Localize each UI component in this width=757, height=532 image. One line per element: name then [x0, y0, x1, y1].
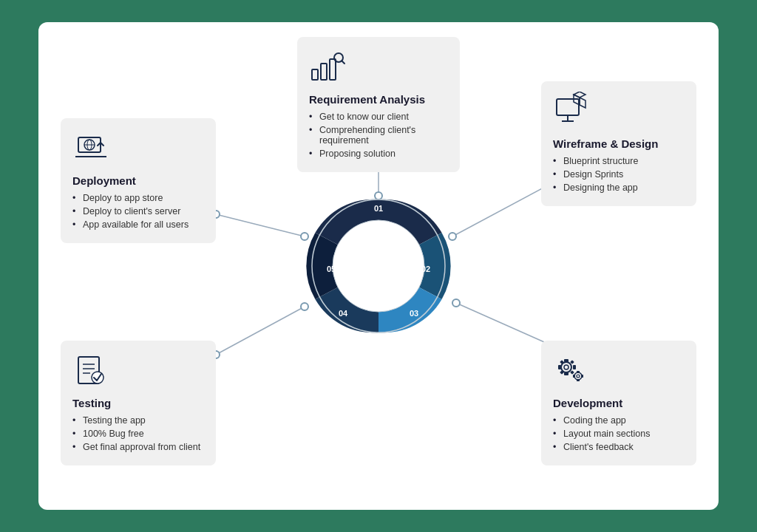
donut-hole — [333, 220, 424, 312]
card-deployment-list: Deploy to app store Deploy to client's s… — [72, 193, 204, 230]
card-testing-list: Testing the app 100% Bug free Get final … — [72, 415, 204, 452]
svg-rect-31 — [573, 365, 576, 369]
svg-point-26 — [561, 362, 571, 372]
card-development-title: Development — [553, 397, 685, 409]
donut-chart: 01 02 03 04 05 — [305, 192, 452, 340]
list-item: Comprehending client's requirement — [309, 125, 448, 146]
list-item: Get to know our client — [309, 112, 448, 122]
card-deployment-title: Deployment — [72, 174, 204, 187]
list-item: Blueprint structure — [553, 156, 685, 166]
svg-rect-40 — [573, 375, 575, 378]
svg-line-2 — [456, 303, 556, 347]
svg-rect-29 — [564, 372, 568, 375]
list-item: Get final approval from client — [72, 442, 204, 452]
svg-rect-38 — [577, 371, 580, 373]
design-box-icon — [553, 92, 590, 129]
list-item: Coding the app — [553, 415, 685, 426]
card-requirement-analysis-list: Get to know our client Comprehending cli… — [309, 112, 448, 159]
svg-marker-25 — [574, 92, 585, 98]
svg-rect-39 — [577, 379, 580, 381]
card-wireframe-design-title: Wireframe & Design — [553, 137, 685, 150]
card-development-list: Coding the app Layout main sections Clie… — [553, 415, 685, 452]
list-item: Deploy to client's server — [72, 206, 204, 216]
svg-rect-16 — [321, 64, 327, 80]
svg-point-37 — [577, 375, 580, 378]
svg-rect-41 — [581, 375, 583, 378]
gears-icon — [553, 351, 590, 388]
list-item: Design Sprints — [553, 169, 685, 180]
card-wireframe-design-list: Blueprint structure Design Sprints Desig… — [553, 156, 685, 193]
svg-rect-17 — [330, 59, 336, 80]
card-wireframe-design: Wireframe & Design Blueprint structure D… — [541, 81, 696, 206]
list-item: 100% Bug free — [72, 429, 204, 439]
chart-search-icon — [309, 47, 346, 84]
card-requirement-analysis: Requirement Analysis Get to know our cli… — [297, 37, 460, 172]
list-item: Client's feedback — [553, 442, 685, 452]
svg-marker-23 — [580, 98, 585, 108]
list-item: Layout main sections — [553, 429, 685, 439]
card-requirement-analysis-title: Requirement Analysis — [309, 93, 448, 106]
svg-rect-20 — [557, 99, 579, 115]
card-deployment: Deployment Deploy to app store Deploy to… — [61, 118, 216, 243]
list-item: Testing the app — [72, 415, 204, 426]
label-02: 02 — [421, 265, 430, 273]
main-container: 01 02 03 04 05 Requirement Analysis Get … — [38, 22, 719, 510]
donut-svg: 01 02 03 04 05 — [305, 192, 452, 340]
svg-rect-28 — [564, 359, 568, 362]
list-item: App available for all users — [72, 219, 204, 230]
svg-line-1 — [452, 181, 556, 236]
svg-point-9 — [452, 299, 460, 307]
svg-line-19 — [342, 61, 344, 64]
svg-point-27 — [564, 365, 568, 369]
checklist-icon — [72, 351, 109, 388]
svg-rect-30 — [558, 365, 561, 369]
card-testing: Testing Testing the app 100% Bug free Ge… — [61, 341, 216, 466]
svg-point-36 — [574, 372, 582, 380]
card-development: Development Coding the app Layout main s… — [541, 341, 696, 466]
list-item: Designing the app — [553, 183, 685, 193]
list-item: Proposing solution — [309, 149, 448, 159]
label-04: 04 — [339, 309, 348, 318]
svg-line-4 — [216, 307, 305, 355]
svg-rect-15 — [312, 69, 318, 80]
label-05: 05 — [327, 265, 336, 273]
card-testing-title: Testing — [72, 397, 204, 409]
upload-globe-icon — [72, 129, 109, 166]
label-03: 03 — [410, 309, 418, 318]
list-item: Deploy to app store — [72, 193, 204, 203]
svg-line-3 — [216, 214, 305, 236]
label-01: 01 — [374, 204, 383, 213]
